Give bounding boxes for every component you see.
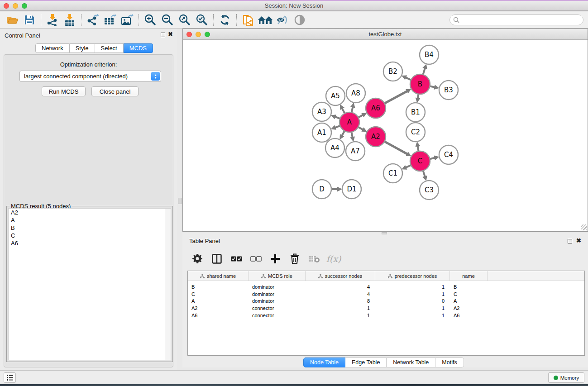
search-field[interactable] (459, 17, 583, 23)
graph-edge-A-A2[interactable] (358, 127, 363, 130)
table-cell[interactable]: dominator (249, 298, 306, 304)
table-cell[interactable]: dominator (249, 291, 306, 297)
table-cell[interactable]: 4 (306, 291, 375, 297)
graph-edge-B-B4[interactable] (423, 68, 425, 75)
table-row[interactable]: Bdominator41B (188, 283, 584, 291)
table-cell[interactable]: connector (249, 313, 306, 318)
import-network-icon[interactable] (44, 13, 61, 27)
column-view-icon[interactable] (210, 252, 224, 266)
tab-network[interactable]: Network (35, 43, 70, 53)
graph-edge-A2-C[interactable] (384, 142, 407, 154)
column-header-predecessor-nodes[interactable]: predecessor nodes (375, 271, 450, 281)
graph-node-A[interactable]: A (339, 112, 359, 132)
select-all-icon[interactable] (229, 252, 243, 266)
show-eye-icon[interactable] (291, 13, 308, 27)
table-cell[interactable]: A2 (450, 305, 488, 311)
graph-edge-A-A8[interactable] (352, 107, 353, 112)
graph-edge-A-A5[interactable] (342, 108, 345, 113)
graph-node-A8[interactable]: A8 (346, 84, 365, 103)
graph-edge-B-B3[interactable] (430, 86, 435, 87)
graph-node-B1[interactable]: B1 (406, 103, 425, 122)
graph-node-C3[interactable]: C3 (420, 181, 439, 200)
mcds-result-item[interactable]: A6 (9, 239, 171, 247)
zoom-in-icon[interactable] (142, 13, 159, 27)
zoom-fit-icon[interactable] (176, 13, 193, 27)
column-header-name[interactable]: name (450, 271, 488, 281)
graph-node-A5[interactable]: A5 (326, 86, 345, 105)
import-table-icon[interactable] (61, 13, 78, 27)
mcds-result-item[interactable]: B (9, 224, 171, 232)
refresh-icon[interactable] (216, 13, 234, 27)
table-cell[interactable]: C (188, 291, 249, 297)
graph-edge-A-A7[interactable] (351, 132, 352, 138)
tab-style[interactable]: Style (70, 43, 95, 53)
zoom-out-icon[interactable] (159, 13, 176, 27)
horizontal-splitter[interactable] (182, 232, 588, 235)
graph-edge-C-C4[interactable] (430, 158, 435, 159)
graph-edge-A6-B[interactable] (384, 91, 407, 103)
graph-node-A7[interactable]: A7 (346, 142, 365, 161)
graph-edge-A-A1[interactable] (335, 126, 340, 128)
graph-node-B3[interactable]: B3 (439, 81, 458, 100)
mcds-result-item[interactable]: C (9, 232, 171, 239)
delete-column-icon[interactable] (288, 252, 301, 266)
graph-node-A1[interactable]: A1 (312, 123, 331, 142)
table-row[interactable]: Adominator80A (188, 298, 584, 305)
run-mcds-button[interactable]: Run MCDS (42, 86, 86, 96)
save-session-icon[interactable] (21, 13, 38, 27)
graph-node-C1[interactable]: C1 (383, 164, 402, 183)
table-cell[interactable]: 1 (375, 284, 450, 290)
table-cell[interactable]: A6 (450, 313, 488, 318)
close-panel-button[interactable]: Close panel (91, 86, 139, 96)
hide-eye-icon[interactable] (274, 13, 291, 27)
table-cell[interactable]: 1 (375, 305, 450, 311)
graph-edge-A-A6[interactable] (358, 115, 363, 118)
graph-node-D[interactable]: D (312, 180, 331, 199)
graph-edge-C-C3[interactable] (423, 171, 425, 176)
table-cell[interactable]: connector (249, 305, 306, 311)
graph-node-C2[interactable]: C2 (406, 123, 425, 142)
export-table-icon[interactable] (101, 13, 119, 27)
table-cell[interactable]: dominator (249, 284, 306, 290)
open-session-icon[interactable] (4, 13, 21, 27)
table-cell[interactable]: 1 (375, 291, 450, 297)
graph-node-A6[interactable]: A6 (366, 98, 386, 118)
table-cell[interactable]: C (450, 291, 488, 297)
graph-node-B2[interactable]: B2 (383, 62, 402, 81)
float-panel-icon[interactable] (568, 239, 572, 243)
graph-edge-C-C2[interactable] (418, 146, 419, 152)
table-cell[interactable]: 1 (375, 313, 450, 318)
graph-node-A4[interactable]: A4 (325, 138, 344, 157)
zoom-selected-icon[interactable] (193, 13, 210, 27)
graph-node-A2[interactable]: A2 (366, 127, 386, 147)
column-header-shared-name[interactable]: shared name (188, 271, 249, 281)
tab-node-table[interactable]: Node Table (303, 357, 345, 367)
settings-gear-icon[interactable] (191, 252, 204, 266)
table-row[interactable]: A6connector11A6 (188, 312, 584, 319)
tab-edge-table[interactable]: Edge Table (345, 357, 387, 367)
unselect-all-icon[interactable] (249, 252, 263, 266)
graph-edge-C-C1[interactable] (406, 165, 411, 167)
criterion-dropdown[interactable]: largest connected component (directed) ▲… (19, 71, 161, 82)
table-cell[interactable]: A6 (188, 313, 249, 318)
memory-button[interactable]: Memory (548, 372, 584, 383)
tab-mcds[interactable]: MCDS (124, 43, 153, 53)
table-cell[interactable]: A (450, 298, 488, 304)
close-panel-icon[interactable]: ✖ (576, 238, 581, 244)
table-cell[interactable]: A (188, 298, 249, 304)
add-column-icon[interactable] (268, 252, 282, 266)
mcds-result-item[interactable]: A (9, 216, 171, 224)
export-image-icon[interactable] (119, 13, 136, 27)
float-panel-icon[interactable] (161, 33, 165, 37)
graph-node-D1[interactable]: D1 (342, 180, 361, 199)
table-cell[interactable]: 1 (306, 313, 375, 318)
search-input[interactable] (449, 14, 583, 25)
column-header-successor-nodes[interactable]: successor nodes (306, 271, 375, 281)
mcds-result-item[interactable]: A2 (9, 209, 171, 216)
mcds-result-list[interactable]: A2ABCA6 (8, 208, 171, 360)
table-cell[interactable]: 1 (306, 305, 375, 311)
graph-edge-B-B2[interactable] (406, 77, 411, 80)
graph-edge-B-B1[interactable] (418, 94, 419, 99)
table-cell[interactable]: B (188, 284, 249, 290)
table-cell[interactable]: 8 (306, 298, 375, 304)
